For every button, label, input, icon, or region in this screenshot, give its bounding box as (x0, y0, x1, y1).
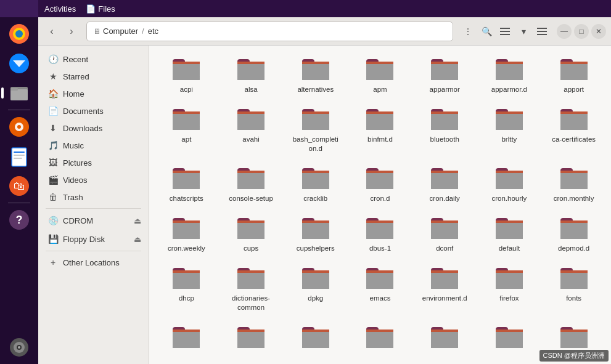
svg-rect-161 (431, 284, 458, 289)
floppy-icon: 💾 (48, 234, 58, 244)
svg-rect-117 (173, 234, 200, 239)
dock-writer[interactable] (5, 142, 33, 171)
activities-label[interactable]: Activities (44, 4, 76, 14)
folder-label: default (499, 244, 520, 253)
search-button[interactable]: 🔍 (478, 23, 495, 40)
folder-item[interactable]: bash_completion.d (284, 102, 347, 158)
dock-files[interactable] (5, 79, 33, 107)
folder-icon (236, 265, 266, 291)
folder-item[interactable] (349, 320, 411, 358)
view-dropdown-button[interactable]: ▾ (515, 23, 532, 40)
folder-item[interactable]: bluetooth (414, 102, 476, 158)
svg-rect-75 (431, 111, 458, 114)
folder-item[interactable]: dhcp (155, 261, 218, 317)
folder-item[interactable] (220, 320, 282, 358)
folder-item[interactable]: cron.monthly (543, 161, 605, 208)
forward-button[interactable]: › (63, 23, 80, 40)
svg-rect-25 (500, 31, 510, 32)
folder-item[interactable]: ca-certificates (543, 102, 605, 158)
folder-item[interactable]: cupshelpers (284, 211, 347, 258)
svg-point-10 (17, 125, 21, 129)
folder-icon (236, 216, 266, 241)
menu-button[interactable] (533, 23, 551, 40)
folder-item[interactable]: fonts (543, 261, 605, 317)
folder-item[interactable]: apm (349, 52, 411, 99)
folder-item[interactable]: cron.d (349, 161, 411, 208)
folder-item[interactable]: apport (543, 52, 605, 99)
folder-item[interactable]: acpi (155, 52, 218, 99)
svg-rect-119 (237, 220, 264, 223)
sidebar-item-videos[interactable]: 🎬 Videos (41, 172, 146, 188)
folder-item[interactable]: dpkg (284, 261, 347, 317)
sidebar-item-floppy[interactable]: 💾 Floppy Disk (41, 231, 129, 247)
svg-rect-195 (560, 330, 588, 332)
folder-item[interactable]: firefox (478, 261, 541, 317)
sidebar-item-starred[interactable]: ★ Starred (41, 68, 146, 84)
sidebar-item-music[interactable]: 🎵 Music (41, 137, 146, 153)
folder-item[interactable] (284, 320, 347, 358)
path-separator: / (142, 26, 144, 36)
folder-item[interactable] (155, 320, 218, 358)
sidebar-item-pictures[interactable]: 🖼 Pictures (41, 155, 146, 171)
back-button[interactable]: ‹ (43, 23, 60, 40)
folder-item[interactable]: console-setup (220, 161, 282, 208)
more-options-button[interactable]: ⋮ (459, 23, 477, 40)
folder-item[interactable] (478, 320, 541, 358)
svg-rect-69 (302, 125, 329, 130)
sidebar-item-home[interactable]: 🏠 Home (41, 86, 146, 102)
floppy-eject-button[interactable]: ⏏ (129, 230, 146, 248)
minimize-button[interactable]: — (557, 24, 572, 39)
folder-item[interactable]: binfmt.d (349, 102, 411, 158)
folder-item[interactable]: apt (155, 102, 218, 158)
folder-item[interactable]: cron.weekly (155, 211, 218, 258)
svg-rect-193 (496, 343, 523, 348)
maximize-button[interactable]: □ (574, 24, 589, 39)
dock-cd[interactable] (5, 333, 33, 362)
window-controls: — □ ✕ (557, 24, 606, 39)
dock-firefox[interactable] (5, 20, 33, 48)
folder-label: firefox (499, 294, 519, 303)
svg-rect-189 (431, 343, 458, 348)
folder-item[interactable]: alternatives (284, 52, 347, 99)
cdrom-eject-button[interactable]: ⏏ (129, 212, 146, 229)
close-button[interactable]: ✕ (591, 24, 606, 39)
svg-rect-157 (366, 284, 393, 289)
svg-rect-105 (431, 184, 458, 189)
sidebar-item-documents[interactable]: 📄 Documents (41, 103, 146, 119)
path-root[interactable]: Computer (103, 26, 138, 36)
folder-item[interactable]: dbus-1 (349, 211, 411, 258)
dock-rhythmbox[interactable] (5, 113, 33, 141)
folder-item[interactable]: apparmor (414, 52, 476, 99)
folder-item[interactable]: cups (220, 211, 282, 258)
svg-rect-39 (302, 62, 329, 64)
folder-item[interactable]: alsa (220, 52, 282, 99)
sidebar-item-cdrom[interactable]: 💿 CDROM (41, 212, 129, 229)
dock-help[interactable]: ? (5, 206, 33, 234)
sidebar-item-recent[interactable]: 🕐 Recent (41, 51, 146, 67)
folder-item[interactable]: cron.hourly (478, 161, 541, 208)
folder-item[interactable]: cron.daily (414, 161, 476, 208)
sidebar-item-downloads[interactable]: ⬇ Downloads (41, 120, 146, 136)
dock-thunderbird[interactable] (5, 49, 33, 78)
sidebar-item-other-locations[interactable]: + Other Locations (41, 254, 146, 270)
folder-item[interactable]: default (478, 211, 541, 258)
sidebar-divider (46, 208, 141, 209)
list-view-button[interactable] (496, 23, 514, 40)
folder-item[interactable]: cracklib (284, 161, 347, 208)
svg-rect-143 (173, 270, 200, 273)
folder-item[interactable]: depmod.d (543, 211, 605, 258)
folder-item[interactable]: avahi (220, 102, 282, 158)
folder-item[interactable]: brltty (478, 102, 541, 158)
folder-item[interactable] (414, 320, 476, 358)
folder-item[interactable]: environment.d (414, 261, 476, 317)
sidebar-item-trash[interactable]: 🗑 Trash (41, 189, 146, 205)
folder-item[interactable]: dconf (414, 211, 476, 258)
folder-icon (559, 325, 589, 350)
dock-appstore[interactable]: 🛍 (5, 172, 33, 200)
folder-item[interactable]: emacs (349, 261, 411, 317)
folder-item[interactable]: dictionaries-common (220, 261, 282, 317)
svg-rect-91 (237, 171, 264, 173)
folder-item[interactable]: chatscripts (155, 161, 218, 208)
folder-label: fonts (566, 294, 581, 303)
folder-item[interactable]: apparmor.d (478, 52, 541, 99)
